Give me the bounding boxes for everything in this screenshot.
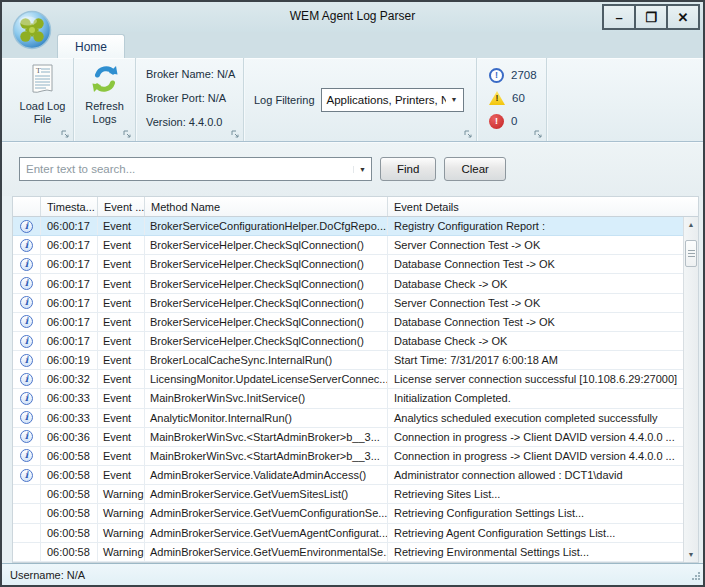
- table-row[interactable]: i 06:00:58 Warning AdminBrokerService.Ge…: [13, 524, 683, 543]
- table-row[interactable]: i 06:00:17 Event BrokerServiceHelper.Che…: [13, 294, 683, 313]
- find-button[interactable]: Find: [380, 157, 436, 181]
- info-icon: i: [20, 392, 33, 405]
- row-severity-cell: i: [13, 255, 41, 273]
- resize-grip[interactable]: [691, 571, 701, 583]
- table-row[interactable]: i 06:00:17 Event BrokerServiceHelper.Che…: [13, 236, 683, 255]
- info-count-icon: !: [489, 68, 504, 83]
- dialog-launcher-icon[interactable]: [123, 129, 132, 138]
- table-row[interactable]: i 06:00:17 Event BrokerServiceConfigurat…: [13, 217, 683, 236]
- status-bar: Username: N/A: [2, 563, 703, 585]
- table-row[interactable]: i 06:00:33 Event MainBrokerWinSvc.InitSe…: [13, 389, 683, 408]
- warning-icon: [20, 546, 34, 558]
- row-event-type: Event: [98, 351, 145, 369]
- row-timestamp: 06:00:17: [41, 332, 98, 350]
- column-header-icon[interactable]: [13, 197, 41, 216]
- warning-icon: [20, 527, 34, 539]
- dialog-launcher-icon[interactable]: [231, 129, 240, 138]
- scroll-down-icon[interactable]: ▼: [684, 547, 698, 562]
- search-dropdown-icon[interactable]: ▼: [353, 166, 371, 173]
- log-filtering-dropdown[interactable]: Applications, Printers, N... ▼: [321, 88, 464, 112]
- error-count-value: 0: [511, 115, 517, 127]
- row-event-type: Event: [98, 313, 145, 331]
- row-severity-cell: i: [13, 485, 41, 503]
- row-method-name: BrokerServiceHelper.CheckSqlConnection(): [145, 274, 388, 292]
- table-row[interactable]: i 06:00:17 Event BrokerServiceHelper.Che…: [13, 274, 683, 293]
- info-icon: i: [20, 430, 33, 443]
- close-button[interactable]: ✕: [666, 4, 700, 30]
- row-timestamp: 06:00:58: [41, 524, 98, 542]
- table-row[interactable]: i 06:00:33 Event AnalyticMonitor.Interna…: [13, 409, 683, 428]
- scrollbar-thumb[interactable]: [685, 240, 697, 267]
- row-timestamp: 06:00:58: [41, 447, 98, 465]
- info-icon: i: [20, 239, 33, 252]
- refresh-logs-button[interactable]: Refresh Logs: [74, 63, 135, 135]
- row-event-type: Event: [98, 389, 145, 407]
- info-icon: i: [20, 277, 33, 290]
- app-menu-logo-icon[interactable]: [12, 10, 52, 50]
- row-timestamp: 06:00:33: [41, 409, 98, 427]
- table-row[interactable]: i 06:00:19 Event BrokerLocalCacheSync.In…: [13, 351, 683, 370]
- table-row[interactable]: i 06:00:32 Event LicensingMonitor.Update…: [13, 370, 683, 389]
- column-header-event-type[interactable]: Event ...: [98, 197, 145, 216]
- row-method-name: BrokerServiceHelper.CheckSqlConnection(): [145, 332, 388, 350]
- search-input[interactable]: [20, 158, 353, 180]
- dialog-launcher-icon[interactable]: [61, 129, 70, 138]
- row-method-name: BrokerServiceHelper.CheckSqlConnection(): [145, 255, 388, 273]
- row-severity-cell: i: [13, 351, 41, 369]
- table-row[interactable]: i 06:00:17 Event BrokerServiceHelper.Che…: [13, 313, 683, 332]
- column-header-method-name[interactable]: Method Name: [145, 197, 388, 216]
- row-method-name: MainBrokerWinSvc.InitService(): [145, 389, 388, 407]
- ribbon-group-log-filtering: Log Filtering Applications, Printers, N.…: [244, 58, 477, 141]
- load-log-file-button[interactable]: T Load Log File: [12, 63, 73, 135]
- row-event-type: Warning: [98, 524, 145, 542]
- grid-body: i 06:00:17 Event BrokerServiceConfigurat…: [13, 217, 683, 562]
- column-header-timestamp[interactable]: Timesta...: [41, 197, 98, 216]
- row-timestamp: 06:00:58: [41, 543, 98, 561]
- minimize-button[interactable]: –: [602, 4, 636, 30]
- row-method-name: BrokerServiceHelper.CheckSqlConnection(): [145, 236, 388, 254]
- row-severity-cell: i: [13, 524, 41, 542]
- table-row[interactable]: i 06:00:36 Event MainBrokerWinSvc.<Start…: [13, 428, 683, 447]
- info-icon: i: [20, 335, 33, 348]
- chevron-down-icon[interactable]: ▼: [446, 96, 463, 103]
- table-row[interactable]: i 06:00:17 Event BrokerServiceHelper.Che…: [13, 255, 683, 274]
- row-event-type: Warning: [98, 543, 145, 561]
- search-panel: ▼ Find Clear: [2, 142, 703, 196]
- clear-button[interactable]: Clear: [444, 157, 505, 181]
- ribbon-group-broker-info: Broker Name: N/A Broker Port: N/A Versio…: [136, 58, 244, 141]
- vertical-scrollbar[interactable]: ▲ ▼: [683, 217, 698, 562]
- row-event-details: Analytics scheduled execution completed …: [388, 409, 683, 427]
- info-icon: i: [20, 354, 33, 367]
- svg-text:T: T: [36, 67, 41, 75]
- table-row[interactable]: i 06:00:58 Warning AdminBrokerService.Ge…: [13, 485, 683, 504]
- ribbon: T Load Log File: [2, 58, 703, 142]
- table-row[interactable]: i 06:00:58 Event AdminBrokerService.Vali…: [13, 466, 683, 485]
- row-method-name: LicensingMonitor.UpdateLicenseServerConn…: [145, 370, 388, 388]
- table-row[interactable]: i 06:00:58 Warning AdminBrokerService.Ge…: [13, 543, 683, 562]
- info-icon: i: [20, 373, 33, 386]
- column-header-event-details[interactable]: Event Details: [388, 197, 698, 216]
- row-severity-cell: i: [13, 294, 41, 312]
- row-event-type: Event: [98, 274, 145, 292]
- row-event-details: Start Time: 7/31/2017 6:00:18 AM: [388, 351, 683, 369]
- row-method-name: MainBrokerWinSvc.<StartAdminBroker>b__3.…: [145, 428, 388, 446]
- broker-name-text: Broker Name: N/A: [146, 66, 235, 82]
- maximize-button[interactable]: ❐: [634, 4, 668, 30]
- table-row[interactable]: i 06:00:17 Event BrokerServiceHelper.Che…: [13, 332, 683, 351]
- scroll-up-icon[interactable]: ▲: [684, 217, 698, 232]
- app-window: WEM Agent Log Parser – ❐ ✕ Home: [0, 0, 705, 587]
- info-count-value: 2708: [511, 69, 537, 81]
- row-event-type: Event: [98, 294, 145, 312]
- tab-home[interactable]: Home: [57, 34, 125, 58]
- table-row[interactable]: i 06:00:58 Event MainBrokerWinSvc.<Start…: [13, 447, 683, 466]
- row-timestamp: 06:00:58: [41, 485, 98, 503]
- row-severity-cell: i: [13, 274, 41, 292]
- info-icon: i: [20, 449, 33, 462]
- dialog-launcher-icon[interactable]: [464, 129, 473, 138]
- search-combobox: ▼: [19, 157, 372, 181]
- table-row[interactable]: i 06:00:58 Warning AdminBrokerService.Ge…: [13, 504, 683, 523]
- ribbon-tab-row: Home: [2, 32, 703, 58]
- row-event-type: Event: [98, 409, 145, 427]
- row-event-details: Connection in progress -> Client DAVID v…: [388, 447, 683, 465]
- dialog-launcher-icon[interactable]: [534, 129, 543, 138]
